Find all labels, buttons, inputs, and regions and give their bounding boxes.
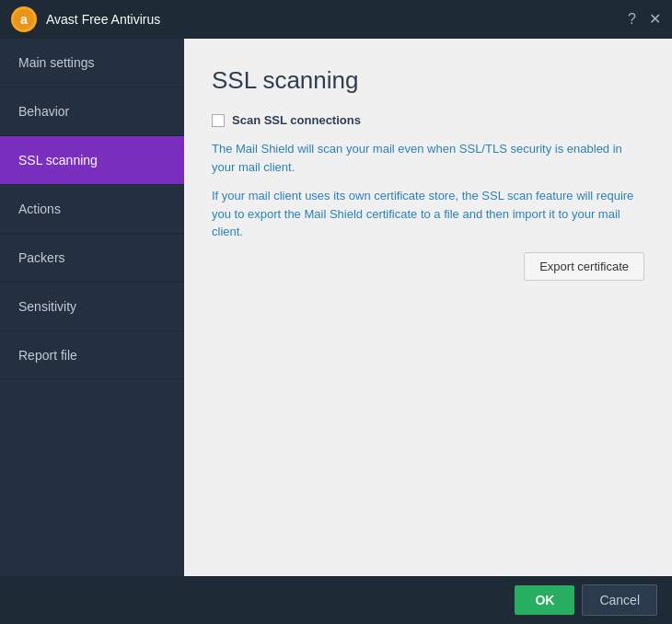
sidebar-item-packers[interactable]: Packers <box>0 234 184 283</box>
info-text-1: The Mail Shield will scan your mail even… <box>212 140 644 176</box>
ok-button[interactable]: OK <box>515 585 574 615</box>
content-inner: SSL scanning Scan SSL connections The Ma… <box>184 39 672 576</box>
sidebar-item-main-settings[interactable]: Main settings <box>0 39 184 87</box>
content-area: SSL scanning Scan SSL connections The Ma… <box>184 39 672 576</box>
app-logo: a <box>11 6 37 32</box>
info-text-2: If your mail client uses its own certifi… <box>212 187 644 241</box>
sidebar-item-actions[interactable]: Actions <box>0 185 184 234</box>
sidebar-item-ssl-scanning[interactable]: SSL scanning <box>0 136 184 185</box>
close-button[interactable]: ✕ <box>649 12 661 27</box>
svg-text:a: a <box>20 12 28 27</box>
scan-ssl-label[interactable]: Scan SSL connections <box>232 113 361 127</box>
cancel-button[interactable]: Cancel <box>582 584 657 616</box>
title-bar: a Avast Free Antivirus ? ✕ <box>0 0 672 39</box>
sidebar-item-behavior[interactable]: Behavior <box>0 87 184 136</box>
scan-ssl-row: Scan SSL connections <box>212 113 644 127</box>
scan-ssl-checkbox[interactable] <box>212 114 225 127</box>
sidebar-item-report-file[interactable]: Report file <box>0 331 184 380</box>
sidebar-item-sensitivity[interactable]: Sensitivity <box>0 283 184 331</box>
app-title: Avast Free Antivirus <box>46 12 628 27</box>
export-btn-row: Export certificate <box>212 252 644 281</box>
page-title: SSL scanning <box>212 66 644 95</box>
footer: OK Cancel <box>0 576 672 624</box>
title-bar-controls: ? ✕ <box>628 12 661 27</box>
sidebar: Main settings Behavior SSL scanning Acti… <box>0 39 184 576</box>
main-container: Main settings Behavior SSL scanning Acti… <box>0 39 672 576</box>
help-button[interactable]: ? <box>628 12 636 27</box>
export-certificate-button[interactable]: Export certificate <box>524 252 644 281</box>
